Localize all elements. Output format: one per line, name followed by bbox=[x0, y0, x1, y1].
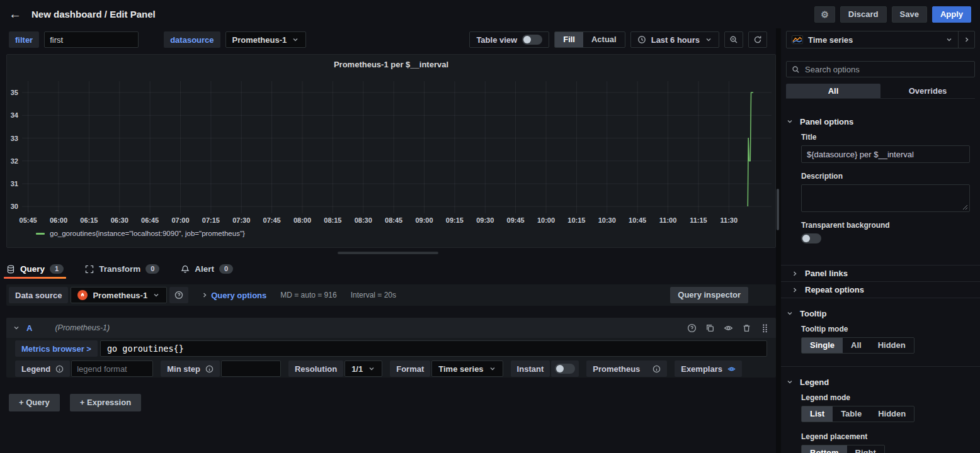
svg-text:11:30: 11:30 bbox=[721, 216, 738, 224]
panel-description-textarea[interactable] bbox=[801, 184, 970, 212]
svg-text:09:30: 09:30 bbox=[476, 216, 494, 224]
min-step-input[interactable] bbox=[221, 361, 281, 377]
options-search bbox=[786, 61, 975, 77]
legend-format-input[interactable] bbox=[71, 361, 153, 377]
resolution-label: Resolution bbox=[288, 361, 343, 377]
panel-settings-gear-button[interactable]: ⚙ bbox=[814, 6, 835, 23]
section-tooltip[interactable]: Tooltip bbox=[781, 308, 980, 318]
drag-grip-icon[interactable] bbox=[760, 323, 770, 333]
delete-query-trash-icon[interactable] bbox=[742, 323, 751, 333]
segment-option[interactable]: Single bbox=[802, 338, 843, 353]
section-legend[interactable]: Legend bbox=[781, 377, 980, 387]
chevron-down-icon bbox=[292, 36, 299, 43]
segment-option[interactable]: Hidden bbox=[870, 406, 914, 422]
instant-toggle[interactable] bbox=[555, 364, 575, 374]
transform-icon bbox=[85, 265, 94, 274]
tab-alert[interactable]: Alert 0 bbox=[181, 264, 233, 279]
min-step-label: Min step bbox=[161, 361, 220, 377]
alert-count-badge: 0 bbox=[219, 264, 233, 274]
segment-option[interactable]: Right bbox=[847, 445, 884, 453]
refresh-icon bbox=[753, 35, 762, 44]
options-tab-all[interactable]: All bbox=[786, 84, 880, 98]
chevron-down-icon bbox=[786, 310, 794, 317]
refresh-button[interactable] bbox=[748, 31, 767, 48]
divider bbox=[776, 28, 781, 453]
segment-option[interactable]: List bbox=[802, 406, 833, 422]
query-inspector-button[interactable]: Query inspector bbox=[670, 287, 748, 303]
segment-option[interactable]: Table bbox=[833, 406, 870, 422]
transparent-background-toggle[interactable] bbox=[801, 233, 821, 243]
segment-option[interactable]: Hidden bbox=[870, 338, 914, 353]
datasource-variable-dropdown[interactable]: Prometheus-1 bbox=[225, 31, 307, 48]
options-search-input[interactable] bbox=[805, 65, 969, 74]
title-label: Title bbox=[801, 133, 970, 142]
segment-option[interactable]: Fill bbox=[555, 32, 583, 47]
duplicate-query-icon[interactable] bbox=[705, 323, 715, 333]
datasource-picker[interactable]: Prometheus-1 bbox=[71, 287, 167, 303]
metrics-row: Metrics browser > bbox=[6, 338, 776, 357]
svg-text:07:30: 07:30 bbox=[232, 216, 250, 224]
prometheus-type-label: Prometheus bbox=[586, 361, 667, 377]
svg-text:06:15: 06:15 bbox=[80, 216, 98, 224]
legend-placement-segmented: BottomRight bbox=[801, 445, 885, 453]
timeseries-panel: Prometheus-1 per $__interval 30313233343… bbox=[6, 54, 776, 248]
datasource-variable-label[interactable]: datasource bbox=[164, 31, 220, 48]
save-button[interactable]: Save bbox=[892, 6, 927, 23]
table-view-toggle[interactable] bbox=[522, 35, 542, 45]
svg-text:33: 33 bbox=[11, 135, 18, 142]
panel-links-section[interactable]: Panel links bbox=[781, 266, 980, 281]
header-actions: ⚙ Discard Save Apply bbox=[814, 6, 971, 23]
repeat-options-section[interactable]: Repeat options bbox=[781, 282, 980, 298]
timeseries-chart[interactable]: 30313233343505:4506:0006:1506:3006:4507:… bbox=[7, 77, 775, 228]
filter-variable-label[interactable]: filter bbox=[9, 31, 39, 48]
breadcrumb: New dashboard / Edit Panel bbox=[31, 9, 156, 20]
back-arrow-icon[interactable]: ← bbox=[9, 7, 21, 21]
panel-resize-handle[interactable] bbox=[338, 252, 438, 254]
exemplars-eye-icon[interactable] bbox=[727, 365, 736, 373]
svg-text:34: 34 bbox=[11, 111, 19, 119]
series-legend-label[interactable]: go_goroutines{instance="localhost:9090",… bbox=[50, 230, 245, 237]
panel-title-input[interactable] bbox=[801, 145, 970, 163]
visualization-picker-toggle[interactable]: Time series bbox=[787, 35, 958, 45]
sidebar-collapse-button[interactable] bbox=[958, 31, 974, 48]
query-row-header[interactable]: A (Prometheus-1) bbox=[6, 318, 776, 338]
main-scrollbar[interactable] bbox=[777, 189, 779, 230]
tooltip-mode-label: Tooltip mode bbox=[801, 325, 970, 333]
discard-button[interactable]: Discard bbox=[840, 6, 887, 23]
options-tab-overrides[interactable]: Overrides bbox=[880, 84, 975, 98]
segment-option[interactable]: Bottom bbox=[802, 445, 847, 453]
format-dropdown[interactable]: Time series bbox=[431, 361, 503, 377]
promql-expression-input[interactable] bbox=[100, 340, 767, 357]
svg-text:07:15: 07:15 bbox=[202, 216, 220, 224]
zoom-out-button[interactable] bbox=[724, 31, 743, 48]
add-query-button[interactable]: + Query bbox=[9, 394, 60, 411]
svg-text:10:00: 10:00 bbox=[537, 216, 555, 224]
tab-query[interactable]: Query 1 bbox=[6, 264, 64, 279]
description-label: Description bbox=[801, 172, 970, 181]
visualization-picker: Time series bbox=[786, 31, 975, 48]
query-help-icon[interactable] bbox=[687, 323, 697, 333]
disable-query-eye-icon[interactable] bbox=[724, 323, 733, 333]
instant-toggle-wrap bbox=[551, 361, 579, 377]
section-panel-options[interactable]: Panel options bbox=[781, 116, 980, 126]
chevron-right-icon bbox=[791, 270, 799, 277]
chevron-down-icon bbox=[786, 118, 794, 125]
resolution-dropdown[interactable]: 1/1 bbox=[345, 361, 382, 377]
datasource-help-button[interactable] bbox=[169, 287, 188, 303]
segment-option[interactable]: All bbox=[843, 338, 870, 353]
chevron-down-icon bbox=[705, 36, 712, 43]
chart-legend: go_goroutines{instance="localhost:9090",… bbox=[7, 230, 775, 237]
info-circle-icon bbox=[55, 365, 64, 373]
tab-transform[interactable]: Transform 0 bbox=[85, 264, 159, 279]
segment-option[interactable]: Actual bbox=[583, 32, 625, 47]
apply-button[interactable]: Apply bbox=[932, 6, 971, 23]
metrics-browser-button[interactable]: Metrics browser > bbox=[15, 340, 98, 357]
query-options-row: Legend Min step Resolution 1/1 Format Ti… bbox=[6, 357, 776, 377]
query-options-toggle[interactable]: Query options bbox=[211, 291, 266, 300]
time-range-picker[interactable]: Last 6 hours bbox=[630, 31, 719, 48]
filter-variable-input[interactable] bbox=[44, 31, 139, 48]
query-row-actions bbox=[687, 323, 770, 333]
add-expression-button[interactable]: + Expression bbox=[70, 394, 141, 411]
chevron-down-icon bbox=[945, 36, 953, 43]
options-filter-tabs: AllOverrides bbox=[786, 84, 975, 99]
